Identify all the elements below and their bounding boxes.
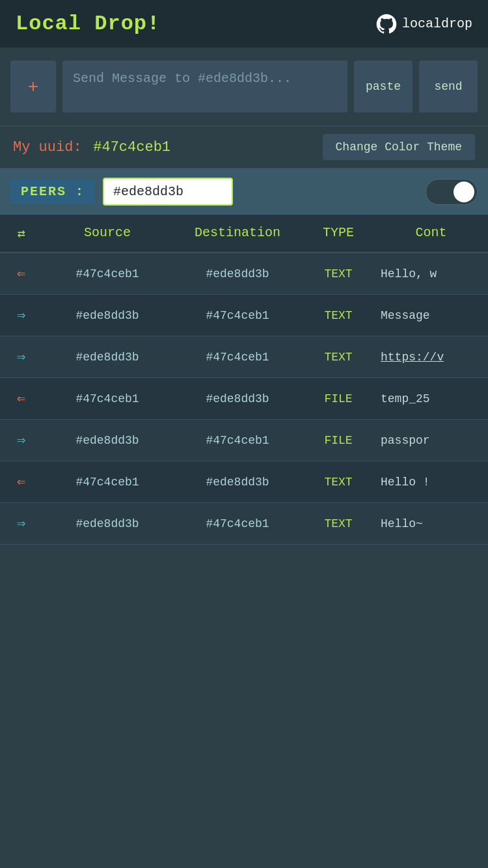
table-row: ⇒ #ede8dd3b #47c4ceb1 TEXT Hello~ bbox=[0, 503, 488, 545]
toggle-knob bbox=[454, 182, 474, 202]
cell-content: Hello~ bbox=[374, 506, 488, 542]
col-content: Cont bbox=[374, 215, 488, 252]
cell-content: Message bbox=[374, 297, 488, 334]
direction-icon: ⇒ bbox=[0, 336, 42, 377]
uuid-display: My uuid: #47c4ceb1 bbox=[13, 139, 170, 156]
peers-label: PEERS : bbox=[10, 179, 95, 204]
header: Local Drop! localdrop bbox=[0, 0, 488, 47]
cell-source: #47c4ceb1 bbox=[42, 256, 172, 292]
table-row: ⇒ #ede8dd3b #47c4ceb1 FILE passpor bbox=[0, 420, 488, 461]
table-header: ⇄ Source Destination TYPE Cont bbox=[0, 215, 488, 253]
table-row: ⇐ #47c4ceb1 #ede8dd3b TEXT Hello, w bbox=[0, 253, 488, 295]
cell-content[interactable]: https://v bbox=[374, 339, 488, 375]
message-area: + paste send bbox=[0, 47, 488, 126]
col-source: Source bbox=[42, 215, 172, 252]
table-body: ⇐ #47c4ceb1 #ede8dd3b TEXT Hello, w ⇒ #e… bbox=[0, 253, 488, 545]
cell-type: TEXT bbox=[303, 506, 374, 542]
col-arrow: ⇄ bbox=[0, 215, 42, 252]
cell-destination: #47c4ceb1 bbox=[172, 339, 303, 375]
change-theme-button[interactable]: Change Color Theme bbox=[323, 134, 475, 160]
direction-icon: ⇐ bbox=[0, 378, 42, 419]
cell-source: #ede8dd3b bbox=[42, 339, 172, 375]
uuid-value: #47c4ceb1 bbox=[93, 139, 170, 156]
cell-type: FILE bbox=[303, 381, 374, 417]
cell-source: #ede8dd3b bbox=[42, 422, 172, 459]
col-destination: Destination bbox=[172, 215, 303, 252]
github-icon bbox=[376, 14, 397, 34]
messages-table: ⇄ Source Destination TYPE Cont ⇐ #47c4ce… bbox=[0, 215, 488, 545]
app-title: Local Drop! bbox=[16, 12, 160, 36]
direction-icon: ⇒ bbox=[0, 503, 42, 544]
cell-content: Hello ! bbox=[374, 464, 488, 500]
cell-content: passpor bbox=[374, 422, 488, 459]
direction-icon: ⇒ bbox=[0, 420, 42, 461]
message-input[interactable] bbox=[62, 61, 347, 113]
toggle-switch[interactable] bbox=[426, 179, 478, 205]
github-link[interactable]: localdrop bbox=[376, 14, 472, 34]
send-button[interactable]: send bbox=[419, 61, 478, 113]
cell-destination: #ede8dd3b bbox=[172, 464, 303, 500]
peer-id-input[interactable] bbox=[103, 178, 233, 206]
cell-destination: #47c4ceb1 bbox=[172, 422, 303, 459]
uuid-row: My uuid: #47c4ceb1 Change Color Theme bbox=[0, 126, 488, 169]
uuid-label: My uuid: bbox=[13, 139, 82, 156]
cell-source: #47c4ceb1 bbox=[42, 381, 172, 417]
cell-type: FILE bbox=[303, 422, 374, 459]
cell-type: TEXT bbox=[303, 256, 374, 292]
cell-destination: #ede8dd3b bbox=[172, 381, 303, 417]
cell-type: TEXT bbox=[303, 297, 374, 334]
table-row: ⇒ #ede8dd3b #47c4ceb1 TEXT Message bbox=[0, 295, 488, 336]
table-row: ⇐ #47c4ceb1 #ede8dd3b FILE temp_25 bbox=[0, 378, 488, 420]
table-row: ⇐ #47c4ceb1 #ede8dd3b TEXT Hello ! bbox=[0, 461, 488, 503]
paste-button[interactable]: paste bbox=[354, 61, 413, 113]
col-type: TYPE bbox=[303, 215, 374, 252]
cell-source: #ede8dd3b bbox=[42, 506, 172, 542]
cell-destination: #47c4ceb1 bbox=[172, 506, 303, 542]
cell-type: TEXT bbox=[303, 464, 374, 500]
cell-destination: #ede8dd3b bbox=[172, 256, 303, 292]
direction-icon: ⇐ bbox=[0, 461, 42, 502]
cell-content: Hello, w bbox=[374, 256, 488, 292]
cell-content: temp_25 bbox=[374, 381, 488, 417]
cell-source: #47c4ceb1 bbox=[42, 464, 172, 500]
table-row: ⇒ #ede8dd3b #47c4ceb1 TEXT https://v bbox=[0, 336, 488, 378]
add-button[interactable]: + bbox=[10, 61, 56, 113]
cell-destination: #47c4ceb1 bbox=[172, 297, 303, 334]
peers-row: PEERS : bbox=[0, 169, 488, 215]
cell-type: TEXT bbox=[303, 339, 374, 375]
direction-icon: ⇒ bbox=[0, 295, 42, 336]
cell-source: #ede8dd3b bbox=[42, 297, 172, 334]
direction-icon: ⇐ bbox=[0, 253, 42, 294]
github-label: localdrop bbox=[402, 16, 472, 31]
